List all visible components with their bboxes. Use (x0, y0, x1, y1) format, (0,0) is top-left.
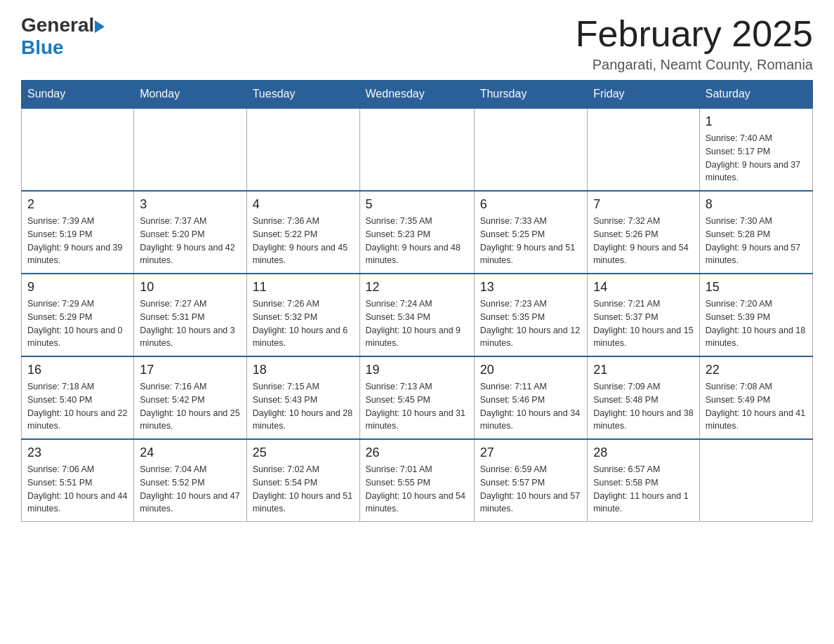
table-row: 3Sunrise: 7:37 AMSunset: 5:20 PMDaylight… (134, 191, 246, 274)
day-info: Sunrise: 7:32 AMSunset: 5:26 PMDaylight:… (593, 215, 694, 267)
table-row: 16Sunrise: 7:18 AMSunset: 5:40 PMDayligh… (22, 356, 134, 439)
table-row: 22Sunrise: 7:08 AMSunset: 5:49 PMDayligh… (699, 356, 812, 439)
day-info: Sunrise: 7:21 AMSunset: 5:37 PMDaylight:… (593, 297, 694, 350)
table-row: 1Sunrise: 7:40 AMSunset: 5:17 PMDaylight… (699, 108, 812, 191)
day-info: Sunrise: 7:24 AMSunset: 5:34 PMDaylight:… (366, 297, 468, 350)
day-info: Sunrise: 7:02 AMSunset: 5:54 PMDaylight:… (253, 463, 354, 516)
table-row (588, 108, 700, 191)
table-row: 15Sunrise: 7:20 AMSunset: 5:39 PMDayligh… (699, 274, 812, 356)
day-info: Sunrise: 7:33 AMSunset: 5:25 PMDaylight:… (480, 215, 581, 267)
day-info: Sunrise: 6:59 AMSunset: 5:57 PMDaylight:… (480, 463, 581, 516)
day-info: Sunrise: 7:01 AMSunset: 5:55 PMDaylight:… (366, 463, 468, 516)
day-number: 8 (706, 197, 807, 212)
day-number: 2 (27, 197, 128, 212)
day-info: Sunrise: 7:13 AMSunset: 5:45 PMDaylight:… (366, 380, 468, 433)
table-row: 28Sunrise: 6:57 AMSunset: 5:58 PMDayligh… (588, 439, 700, 522)
day-info: Sunrise: 7:36 AMSunset: 5:22 PMDaylight:… (253, 215, 354, 267)
table-row: 20Sunrise: 7:11 AMSunset: 5:46 PMDayligh… (474, 356, 587, 439)
day-number: 13 (480, 280, 581, 295)
day-number: 11 (253, 280, 354, 295)
day-number: 21 (593, 363, 694, 377)
day-number: 24 (140, 445, 240, 460)
logo-blue-text: Blue (21, 36, 64, 58)
table-row: 18Sunrise: 7:15 AMSunset: 5:43 PMDayligh… (246, 356, 359, 439)
logo-triangle-icon (95, 20, 105, 33)
table-row: 8Sunrise: 7:30 AMSunset: 5:28 PMDaylight… (699, 191, 812, 274)
day-number: 4 (253, 197, 354, 212)
calendar-header-row: Sunday Monday Tuesday Wednesday Thursday… (22, 81, 813, 109)
day-number: 20 (480, 363, 581, 377)
table-row: 26Sunrise: 7:01 AMSunset: 5:55 PMDayligh… (359, 439, 474, 522)
day-number: 19 (366, 363, 468, 377)
header-wednesday: Wednesday (359, 81, 474, 109)
logo-general2: General (21, 14, 94, 36)
day-info: Sunrise: 7:35 AMSunset: 5:23 PMDaylight:… (366, 215, 468, 267)
table-row: 23Sunrise: 7:06 AMSunset: 5:51 PMDayligh… (22, 439, 134, 522)
header-monday: Monday (134, 81, 246, 109)
table-row (474, 108, 587, 191)
day-number: 15 (706, 280, 807, 295)
day-number: 23 (27, 445, 128, 460)
calendar-week-row: 1Sunrise: 7:40 AMSunset: 5:17 PMDaylight… (22, 108, 813, 191)
table-row (134, 108, 246, 191)
calendar-table: Sunday Monday Tuesday Wednesday Thursday… (21, 80, 813, 522)
table-row: 13Sunrise: 7:23 AMSunset: 5:35 PMDayligh… (474, 274, 587, 356)
table-row: 12Sunrise: 7:24 AMSunset: 5:34 PMDayligh… (359, 274, 474, 356)
day-number: 7 (593, 197, 694, 212)
day-info: Sunrise: 7:39 AMSunset: 5:19 PMDaylight:… (27, 215, 128, 267)
day-number: 18 (253, 363, 354, 377)
day-info: Sunrise: 7:15 AMSunset: 5:43 PMDaylight:… (253, 380, 354, 433)
month-title: February 2025 (576, 14, 813, 54)
day-info: Sunrise: 7:11 AMSunset: 5:46 PMDaylight:… (480, 380, 581, 433)
day-number: 27 (480, 445, 581, 460)
day-number: 5 (366, 197, 468, 212)
table-row: 25Sunrise: 7:02 AMSunset: 5:54 PMDayligh… (246, 439, 359, 522)
day-info: Sunrise: 7:29 AMSunset: 5:29 PMDaylight:… (27, 297, 128, 350)
day-info: Sunrise: 7:27 AMSunset: 5:31 PMDaylight:… (140, 297, 240, 350)
page-header: General General Blue February 2025 Panga… (21, 14, 813, 73)
title-section: February 2025 Pangarati, Neamt County, R… (576, 14, 813, 73)
day-info: Sunrise: 7:18 AMSunset: 5:40 PMDaylight:… (27, 380, 128, 433)
location: Pangarati, Neamt County, Romania (576, 57, 813, 73)
table-row (246, 108, 359, 191)
day-info: Sunrise: 7:23 AMSunset: 5:35 PMDaylight:… (480, 297, 581, 350)
day-number: 9 (27, 280, 128, 295)
header-tuesday: Tuesday (246, 81, 359, 109)
day-number: 16 (27, 363, 128, 377)
day-info: Sunrise: 7:08 AMSunset: 5:49 PMDaylight:… (706, 380, 807, 433)
calendar-week-row: 16Sunrise: 7:18 AMSunset: 5:40 PMDayligh… (22, 356, 813, 439)
table-row: 6Sunrise: 7:33 AMSunset: 5:25 PMDaylight… (474, 191, 587, 274)
table-row: 7Sunrise: 7:32 AMSunset: 5:26 PMDaylight… (588, 191, 700, 274)
day-number: 12 (366, 280, 468, 295)
day-info: Sunrise: 6:57 AMSunset: 5:58 PMDaylight:… (593, 463, 694, 516)
table-row: 4Sunrise: 7:36 AMSunset: 5:22 PMDaylight… (246, 191, 359, 274)
table-row (699, 439, 812, 522)
day-info: Sunrise: 7:06 AMSunset: 5:51 PMDaylight:… (27, 463, 128, 516)
day-number: 17 (140, 363, 240, 377)
day-info: Sunrise: 7:16 AMSunset: 5:42 PMDaylight:… (140, 380, 240, 433)
day-number: 26 (366, 445, 468, 460)
table-row: 21Sunrise: 7:09 AMSunset: 5:48 PMDayligh… (588, 356, 700, 439)
table-row: 27Sunrise: 6:59 AMSunset: 5:57 PMDayligh… (474, 439, 587, 522)
header-friday: Friday (588, 81, 700, 109)
calendar-week-row: 2Sunrise: 7:39 AMSunset: 5:19 PMDaylight… (22, 191, 813, 274)
day-info: Sunrise: 7:37 AMSunset: 5:20 PMDaylight:… (140, 215, 240, 267)
table-row: 5Sunrise: 7:35 AMSunset: 5:23 PMDaylight… (359, 191, 474, 274)
table-row: 17Sunrise: 7:16 AMSunset: 5:42 PMDayligh… (134, 356, 246, 439)
day-number: 1 (706, 114, 807, 129)
day-number: 6 (480, 197, 581, 212)
day-info: Sunrise: 7:40 AMSunset: 5:17 PMDaylight:… (706, 132, 807, 185)
header-saturday: Saturday (699, 81, 812, 109)
table-row: 11Sunrise: 7:26 AMSunset: 5:32 PMDayligh… (246, 274, 359, 356)
day-info: Sunrise: 7:26 AMSunset: 5:32 PMDaylight:… (253, 297, 354, 350)
header-thursday: Thursday (474, 81, 587, 109)
table-row (359, 108, 474, 191)
day-number: 22 (706, 363, 807, 377)
table-row: 10Sunrise: 7:27 AMSunset: 5:31 PMDayligh… (134, 274, 246, 356)
day-number: 3 (140, 197, 240, 212)
day-info: Sunrise: 7:30 AMSunset: 5:28 PMDaylight:… (706, 215, 807, 267)
table-row (22, 108, 134, 191)
day-number: 28 (593, 445, 694, 460)
day-number: 14 (593, 280, 694, 295)
day-number: 10 (140, 280, 240, 295)
